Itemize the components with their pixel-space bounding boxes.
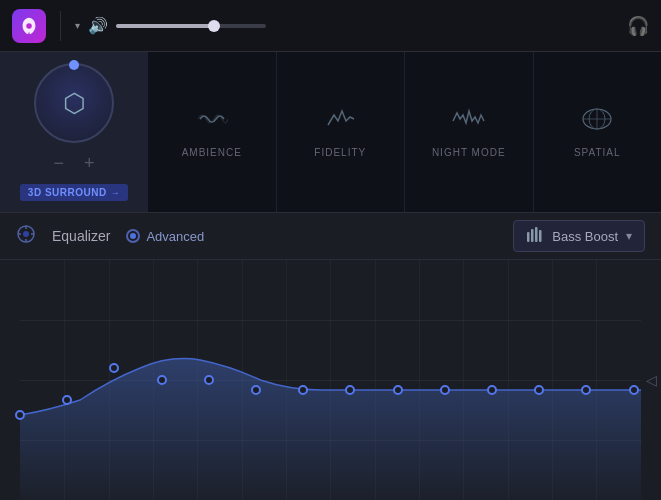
eq-handle-8[interactable] xyxy=(393,385,403,395)
volume-section: ▾ 🔊 xyxy=(75,16,617,35)
svg-rect-11 xyxy=(527,232,530,242)
mode-night[interactable]: NIGHT MODE xyxy=(405,52,534,212)
volume-slider[interactable] xyxy=(116,24,266,28)
fidelity-label: FIDELITY xyxy=(314,147,366,158)
modes-list: AMBIENCE FIDELITY NIGHT MODE xyxy=(148,52,661,212)
eq-curve xyxy=(20,260,641,500)
eq-handle-5[interactable] xyxy=(251,385,261,395)
eq-handle-3[interactable] xyxy=(157,375,167,385)
bass-boost-label: Bass Boost xyxy=(552,229,618,244)
surround-badge-label: 3D SURROUND xyxy=(28,187,107,198)
app-logo[interactable] xyxy=(12,9,46,43)
svg-rect-13 xyxy=(535,227,538,242)
eq-handle-12[interactable] xyxy=(581,385,591,395)
bass-boost-dropdown-icon[interactable]: ▾ xyxy=(626,229,632,243)
night-mode-icon xyxy=(451,107,487,137)
mode-spatial[interactable]: SPATIAL xyxy=(534,52,662,212)
modes-row: ⬡ − + 3D SURROUND → AMBIENCE xyxy=(0,52,661,212)
fidelity-icon xyxy=(324,107,356,137)
radio-button[interactable] xyxy=(126,229,140,243)
mode-ambience[interactable]: AMBIENCE xyxy=(148,52,277,212)
ambience-label: AMBIENCE xyxy=(182,147,242,158)
surround-badge-arrow: → xyxy=(111,188,121,198)
eq-handle-13[interactable] xyxy=(629,385,639,395)
surround-plus[interactable]: + xyxy=(84,153,95,174)
eq-header: Equalizer Advanced Bass Boost ▾ xyxy=(0,212,661,260)
surround-controls: − + xyxy=(53,153,94,174)
eq-handle-6[interactable] xyxy=(298,385,308,395)
svg-rect-14 xyxy=(539,230,542,242)
eq-handle-2[interactable] xyxy=(109,363,119,373)
bass-boost-button[interactable]: Bass Boost ▾ xyxy=(513,220,645,252)
headphone-icon[interactable]: 🎧 xyxy=(627,15,649,37)
eq-handle-1[interactable] xyxy=(62,395,72,405)
eq-handle-4[interactable] xyxy=(204,375,214,385)
volume-thumb[interactable] xyxy=(208,20,220,32)
side-marker: ◁ xyxy=(646,372,657,388)
eq-handle-10[interactable] xyxy=(487,385,497,395)
spatial-label: SPATIAL xyxy=(574,147,621,158)
equalizer-title: Equalizer xyxy=(52,228,110,244)
eq-handle-9[interactable] xyxy=(440,385,450,395)
bass-boost-icon xyxy=(526,226,544,246)
bottom-section: ◁ xyxy=(0,260,661,500)
spatial-icon xyxy=(581,107,613,137)
ambience-icon xyxy=(196,107,228,137)
dropdown-chevron-icon[interactable]: ▾ xyxy=(75,20,80,31)
equalizer-icon xyxy=(16,224,36,249)
eq-canvas: ◁ xyxy=(0,260,661,500)
eq-handle-0[interactable] xyxy=(15,410,25,420)
divider xyxy=(60,11,61,41)
volume-fill xyxy=(116,24,214,28)
top-bar: ▾ 🔊 🎧 xyxy=(0,0,661,52)
eq-mode-radio[interactable]: Advanced xyxy=(126,229,204,244)
surround-sphere: ⬡ xyxy=(34,63,114,143)
volume-icon: 🔊 xyxy=(88,16,108,35)
eq-handle-7[interactable] xyxy=(345,385,355,395)
eq-handle-11[interactable] xyxy=(534,385,544,395)
mode-fidelity[interactable]: FIDELITY xyxy=(277,52,406,212)
surround-badge[interactable]: 3D SURROUND → xyxy=(20,184,128,201)
surround-minus[interactable]: − xyxy=(53,153,64,174)
svg-point-0 xyxy=(26,23,32,29)
night-label: NIGHT MODE xyxy=(432,147,506,158)
surround-panel: ⬡ − + 3D SURROUND → xyxy=(0,52,148,212)
svg-rect-12 xyxy=(531,229,534,242)
svg-point-6 xyxy=(23,231,29,237)
eq-mode-label: Advanced xyxy=(146,229,204,244)
surround-cube-icon: ⬡ xyxy=(63,88,86,119)
